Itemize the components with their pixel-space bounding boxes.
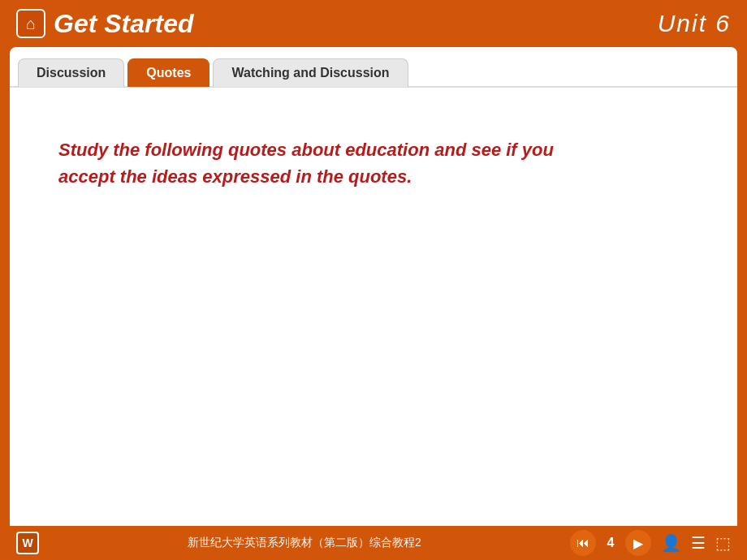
- list-icon[interactable]: ☰: [691, 533, 706, 553]
- exit-icon[interactable]: ⬚: [715, 533, 731, 553]
- navigation-controls: ⏮ 4 ▶: [570, 530, 651, 556]
- page-number: 4: [602, 536, 619, 550]
- tab-quotes[interactable]: Quotes: [127, 58, 209, 87]
- user-icon[interactable]: 👤: [661, 533, 681, 553]
- logo-letter: W: [22, 536, 32, 549]
- footer-icons-area: ⏮ 4 ▶ 👤 ☰ ⬚: [570, 530, 731, 556]
- footer: W 新世纪大学英语系列教材（第二版）综合教程2 ⏮ 4 ▶ 👤 ☰ ⬚: [0, 526, 747, 560]
- footer-logo: W: [16, 532, 39, 554]
- page-title: Get Started: [54, 9, 193, 39]
- quote-instruction-text: Study the following quotes about educati…: [58, 136, 611, 190]
- side-decoration-right: [737, 47, 747, 526]
- next-button[interactable]: ▶: [625, 530, 651, 556]
- main-content-area: Discussion Quotes Watching and Discussio…: [10, 47, 737, 526]
- tab-bar: Discussion Quotes Watching and Discussio…: [10, 47, 737, 88]
- back-to-start-button[interactable]: ⏮: [570, 530, 596, 556]
- header-left: ⌂ Get Started: [16, 9, 193, 39]
- footer-publisher-text: 新世纪大学英语系列教材（第二版）综合教程2: [188, 536, 421, 550]
- tab-watching[interactable]: Watching and Discussion: [213, 58, 408, 87]
- side-decoration-left: [0, 47, 10, 526]
- header: ⌂ Get Started Unit 6: [0, 0, 747, 47]
- logo-box: W: [16, 532, 39, 554]
- tab-discussion[interactable]: Discussion: [18, 58, 124, 87]
- content-area: Study the following quotes about educati…: [10, 88, 737, 222]
- unit-label: Unit 6: [658, 10, 731, 37]
- home-icon[interactable]: ⌂: [16, 9, 45, 38]
